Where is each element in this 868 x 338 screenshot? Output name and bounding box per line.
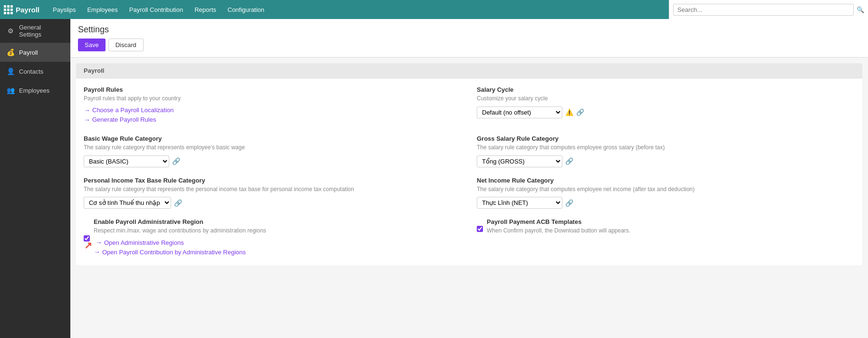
search-input[interactable]: [673, 4, 854, 16]
basic-wage-title: Basic Wage Rule Category: [84, 135, 462, 142]
payroll-icon: 💰: [6, 48, 15, 57]
main-content: Settings Save Discard Payroll Payroll Ru…: [70, 19, 868, 338]
arrow-icon-3: →: [96, 239, 102, 246]
basic-wage-desc: The salary rule category that represents…: [84, 144, 462, 152]
settings-header: Settings Save Discard: [70, 19, 868, 58]
payroll-rules-desc: Payroll rules that apply to your country: [84, 95, 462, 103]
settings-actions: Save Discard: [78, 39, 860, 57]
gear-icon: ⚙: [6, 26, 15, 36]
pit-open-link[interactable]: 🔗: [174, 199, 182, 207]
open-payroll-contrib-link[interactable]: → Open Payroll Contribution by Administr…: [94, 248, 266, 256]
payroll-acb-title: Payroll Payment ACB Templates: [487, 218, 630, 225]
pit-select-row: Cơ sở tính Thuế thu nhập 🔗: [84, 197, 462, 209]
gross-salary-desc: The salary rule category that computes e…: [477, 144, 855, 152]
nav-payslips[interactable]: Payslips: [47, 0, 81, 19]
pit-title: Personal Income Tax Base Rule Category: [84, 177, 462, 184]
net-income-open-link[interactable]: 🔗: [565, 199, 573, 207]
nav-payroll-contribution[interactable]: Payroll Contribution: [124, 0, 189, 19]
gross-salary-select-row: Tổng (GROSS) 🔗: [477, 155, 855, 167]
pit-desc: The salary rule category that represents…: [84, 185, 462, 193]
salary-cycle-ext-link[interactable]: ⚠️: [565, 108, 573, 116]
payroll-section: Payroll Payroll Rules Payroll rules that…: [76, 63, 862, 265]
settings-row-3: Personal Income Tax Base Rule Category T…: [84, 177, 855, 209]
basic-wage-open-link[interactable]: 🔗: [172, 157, 180, 165]
sidebar-item-payroll[interactable]: 💰 Payroll: [0, 43, 70, 62]
employees-icon: 👥: [6, 86, 15, 95]
settings-row-4: Enable Payroll Administrative Region Res…: [84, 218, 855, 258]
basic-wage-block: Basic Wage Rule Category The salary rule…: [84, 135, 462, 167]
sidebar-label-payroll: Payroll: [19, 49, 38, 56]
app-name: Payroll: [16, 6, 39, 14]
payroll-acb-content: Payroll Payment ACB Templates When Confi…: [487, 218, 630, 239]
gross-salary-title: Gross Salary Rule Category: [477, 135, 855, 142]
payroll-acb-block: Payroll Payment ACB Templates When Confi…: [477, 218, 855, 258]
section-title: Payroll: [76, 63, 862, 78]
arrow-icon-4: →: [94, 248, 100, 256]
payroll-acb-desc: When Confirm payroll, the Download butto…: [487, 227, 630, 235]
open-admin-regions-label: Open Administrative Regions: [104, 239, 184, 246]
nav-reports[interactable]: Reports: [189, 0, 222, 19]
net-income-select[interactable]: Thực Lĩnh (NET): [477, 197, 562, 209]
payroll-rules-block: Payroll Rules Payroll rules that apply t…: [84, 86, 462, 126]
payroll-rules-title: Payroll Rules: [84, 86, 462, 93]
salary-cycle-open-link[interactable]: 🔗: [576, 108, 584, 116]
payroll-admin-region-title: Enable Payroll Administrative Region: [94, 218, 266, 225]
salary-cycle-desc: Customize your salary cycle: [477, 95, 855, 103]
payroll-admin-region-block: Enable Payroll Administrative Region Res…: [84, 218, 462, 258]
page-title: Settings: [78, 25, 860, 35]
sidebar: ⚙ General Settings 💰 Payroll 👤 Contacts …: [0, 19, 70, 338]
salary-cycle-select-row: Default (no offset) ⚠️ 🔗: [477, 106, 855, 118]
arrow-icon-2: →: [84, 116, 90, 124]
section-body: Payroll Rules Payroll rules that apply t…: [76, 78, 862, 265]
arrow-icon-1: →: [84, 106, 90, 114]
contacts-icon: 👤: [6, 67, 15, 76]
salary-cycle-title: Salary Cycle: [477, 86, 855, 93]
app-logo[interactable]: Payroll: [4, 5, 39, 14]
sidebar-item-general-settings[interactable]: ⚙ General Settings: [0, 19, 70, 43]
topnav-menu: Payslips Employees Payroll Contribution …: [47, 0, 734, 19]
payroll-admin-region-desc: Respect min./max. wage and contributions…: [94, 227, 266, 235]
nav-employees[interactable]: Employees: [81, 0, 123, 19]
salary-cycle-block: Salary Cycle Customize your salary cycle…: [477, 86, 855, 126]
basic-wage-select[interactable]: Basic (BASIC): [84, 155, 169, 167]
search-icon: 🔍: [857, 6, 864, 13]
gross-salary-select[interactable]: Tổng (GROSS): [477, 155, 562, 167]
save-button[interactable]: Save: [78, 39, 106, 51]
net-income-title: Net Income Rule Category: [477, 177, 855, 184]
payroll-admin-region-content: Enable Payroll Administrative Region Res…: [94, 218, 266, 258]
pit-select[interactable]: Cơ sở tính Thuế thu nhập: [84, 197, 171, 209]
generate-rules-link[interactable]: → Generate Payroll Rules: [84, 116, 462, 124]
settings-row-1: Payroll Rules Payroll rules that apply t…: [84, 86, 855, 126]
net-income-desc: The salary rule category that computes e…: [477, 185, 855, 193]
payroll-acb-checkbox-row: Payroll Payment ACB Templates When Confi…: [477, 218, 855, 239]
gross-salary-open-link[interactable]: 🔗: [565, 157, 573, 165]
settings-row-2: Basic Wage Rule Category The salary rule…: [84, 135, 855, 167]
discard-button[interactable]: Discard: [108, 39, 144, 51]
gross-salary-block: Gross Salary Rule Category The salary ru…: [477, 135, 855, 167]
sidebar-item-employees[interactable]: 👥 Employees: [0, 81, 70, 100]
sidebar-label-contacts: Contacts: [19, 68, 43, 75]
open-admin-regions-link[interactable]: → Open Administrative Regions: [96, 239, 184, 246]
main-layout: ⚙ General Settings 💰 Payroll 👤 Contacts …: [0, 19, 868, 338]
sidebar-label-general: General Settings: [19, 24, 65, 38]
payroll-admin-region-checkbox[interactable]: [84, 219, 90, 258]
payroll-admin-region-checkbox-row: Enable Payroll Administrative Region Res…: [84, 218, 462, 258]
grid-icon: [4, 5, 13, 14]
sidebar-label-employees: Employees: [19, 87, 49, 94]
generate-rules-label: Generate Payroll Rules: [92, 116, 156, 123]
search-bar: 🔍: [669, 0, 868, 19]
salary-cycle-select[interactable]: Default (no offset): [477, 106, 562, 118]
choose-localization-link[interactable]: → Choose a Payroll Localization: [84, 106, 462, 114]
choose-localization-label: Choose a Payroll Localization: [92, 106, 174, 114]
net-income-block: Net Income Rule Category The salary rule…: [477, 177, 855, 209]
basic-wage-select-row: Basic (BASIC) 🔗: [84, 155, 462, 167]
sidebar-item-contacts[interactable]: 👤 Contacts: [0, 62, 70, 81]
pit-block: Personal Income Tax Base Rule Category T…: [84, 177, 462, 209]
net-income-select-row: Thực Lĩnh (NET) 🔗: [477, 197, 855, 209]
payroll-acb-checkbox[interactable]: [477, 219, 483, 239]
open-payroll-contrib-label: Open Payroll Contribution by Administrat…: [102, 249, 246, 256]
nav-configuration[interactable]: Configuration: [222, 0, 270, 19]
